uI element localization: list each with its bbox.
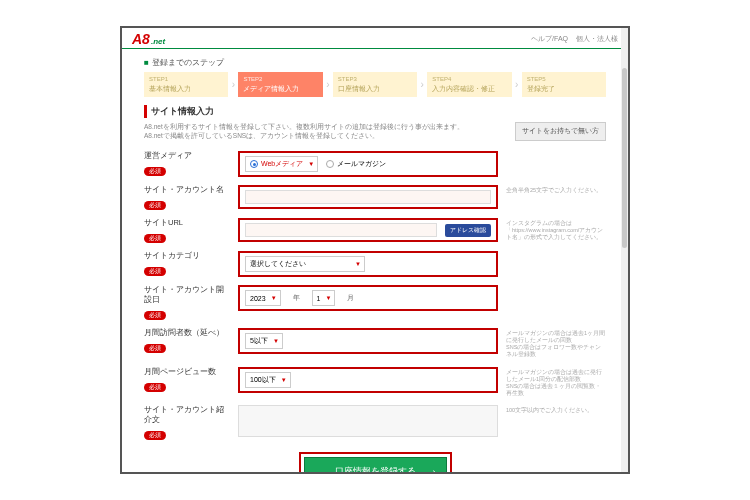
- steps-heading: 登録までのステップ: [144, 57, 606, 68]
- row-category: サイトカテゴリ 必須 選択してください: [144, 247, 606, 281]
- required-badge: 必須: [144, 234, 166, 243]
- site-url-input[interactable]: [245, 223, 437, 237]
- row-visitors: 月間訪問者数（延べ） 必須 5以下 メールマガジンの場合は過去1ヶ月間に発行した…: [144, 324, 606, 363]
- section-desc-row: A8.netを利用するサイト情報を登録して下さい。複数利用サイトの追加は登録後に…: [144, 122, 606, 141]
- submit-button[interactable]: 口座情報を登録する: [304, 457, 447, 474]
- radio-mail[interactable]: メールマガジン: [326, 159, 386, 169]
- section-desc: A8.netを利用するサイト情報を登録して下さい。複数利用サイトの追加は登録後に…: [144, 122, 464, 140]
- label-media: 運営メディア: [144, 151, 230, 161]
- label-category: サイトカテゴリ: [144, 251, 230, 261]
- logo-net: .net: [151, 37, 165, 46]
- row-name: サイト・アカウント名 必須 全角半角25文字でご入力ください。: [144, 181, 606, 214]
- required-badge: 必須: [144, 201, 166, 210]
- label-name: サイト・アカウント名: [144, 185, 230, 195]
- required-badge: 必須: [144, 311, 166, 320]
- scrollbar[interactable]: [621, 28, 628, 472]
- media-highlight: Webメディア メールマガジン: [238, 151, 498, 177]
- address-confirm-button[interactable]: アドレス確認: [445, 224, 491, 237]
- browser-window: A8 .net ヘルプ/FAQ 個人・法人様 登録までのステップ STEP1 基…: [120, 26, 630, 474]
- visitors-hint: メールマガジンの場合は過去1ヶ月間に発行したメールの回数 SNSの場合はフォロワ…: [506, 328, 606, 359]
- required-badge: 必須: [144, 267, 166, 276]
- no-site-button[interactable]: サイトをお持ちで無い方: [515, 122, 606, 141]
- progress-steps: STEP1 基本情報入力 › STEP2 メディア情報入力 › STEP3 口座…: [144, 72, 606, 97]
- label-intro: サイト・アカウント紹介文: [144, 405, 230, 425]
- label-url: サイトURL: [144, 218, 230, 228]
- top-links: ヘルプ/FAQ 個人・法人様: [525, 34, 618, 44]
- row-pv: 月間ページビュー数 必須 100以下 メールマガジンの場合は過去に発行したメール…: [144, 363, 606, 402]
- year-select[interactable]: 2023: [245, 290, 281, 306]
- radio-dot-icon: [250, 160, 258, 168]
- step-arrow: ›: [417, 72, 427, 97]
- help-link[interactable]: ヘルプ/FAQ: [531, 35, 568, 42]
- label-pv: 月間ページビュー数: [144, 367, 230, 377]
- category-highlight: 選択してください: [238, 251, 498, 277]
- required-badge: 必須: [144, 344, 166, 353]
- url-highlight: アドレス確認: [238, 218, 498, 242]
- radio-web[interactable]: Webメディア: [245, 156, 318, 172]
- intro-hint: 100文字以内でご入力ください。: [506, 405, 606, 414]
- corp-link[interactable]: 個人・法人様: [576, 35, 618, 42]
- name-highlight: [238, 185, 498, 209]
- required-badge: 必須: [144, 383, 166, 392]
- logo: A8 .net: [132, 31, 165, 47]
- content: 登録までのステップ STEP1 基本情報入力 › STEP2 メディア情報入力 …: [122, 49, 628, 474]
- name-hint: 全角半角25文字でご入力ください。: [506, 185, 606, 194]
- pv-highlight: 100以下: [238, 367, 498, 393]
- url-hint: インスタグラムの場合は「https://www.instagram.com/アカ…: [506, 218, 606, 241]
- scrollbar-thumb[interactable]: [622, 68, 627, 248]
- step-arrow: ›: [228, 72, 238, 97]
- intro-textarea[interactable]: [238, 405, 498, 437]
- visitors-highlight: 5以下: [238, 328, 498, 354]
- pv-select[interactable]: 100以下: [245, 372, 291, 388]
- visitors-select[interactable]: 5以下: [245, 333, 283, 349]
- row-url: サイトURL 必須 アドレス確認 インスタグラムの場合は「https://www…: [144, 214, 606, 247]
- row-open-date: サイト・アカウント開設日 必須 2023 年 1 月: [144, 281, 606, 324]
- site-name-input[interactable]: [245, 190, 491, 204]
- row-intro: サイト・アカウント紹介文 必須 100文字以内でご入力ください。: [144, 401, 606, 444]
- submit-wrap: 口座情報を登録する 入力情報は登録後に修正できますのでご安心ください。: [144, 452, 606, 474]
- pv-hint: メールマガジンの場合は過去に発行したメール1回分の配信部数 SNSの場合は過去１…: [506, 367, 606, 398]
- required-badge: 必須: [144, 167, 166, 176]
- submit-highlight: 口座情報を登録する: [299, 452, 452, 474]
- open-highlight: 2023 年 1 月: [238, 285, 498, 311]
- row-media: 運営メディア 必須 Webメディア メールマガジン: [144, 147, 606, 181]
- logo-a8: A8: [132, 31, 150, 47]
- label-visitors: 月間訪問者数（延べ）: [144, 328, 230, 338]
- category-select[interactable]: 選択してください: [245, 256, 365, 272]
- top-bar: A8 .net ヘルプ/FAQ 個人・法人様: [122, 28, 628, 47]
- required-badge: 必須: [144, 431, 166, 440]
- section-title: サイト情報入力: [144, 105, 606, 118]
- month-select[interactable]: 1: [312, 290, 336, 306]
- radio-dot-icon: [326, 160, 334, 168]
- step-3: STEP3 口座情報入力: [333, 72, 417, 97]
- label-open: サイト・アカウント開設日: [144, 285, 230, 305]
- step-arrow: ›: [323, 72, 333, 97]
- step-5: STEP5 登録完了: [522, 72, 606, 97]
- step-arrow: ›: [512, 72, 522, 97]
- step-4: STEP4 入力内容確認・修正: [427, 72, 511, 97]
- step-1: STEP1 基本情報入力: [144, 72, 228, 97]
- step-2: STEP2 メディア情報入力: [238, 72, 322, 97]
